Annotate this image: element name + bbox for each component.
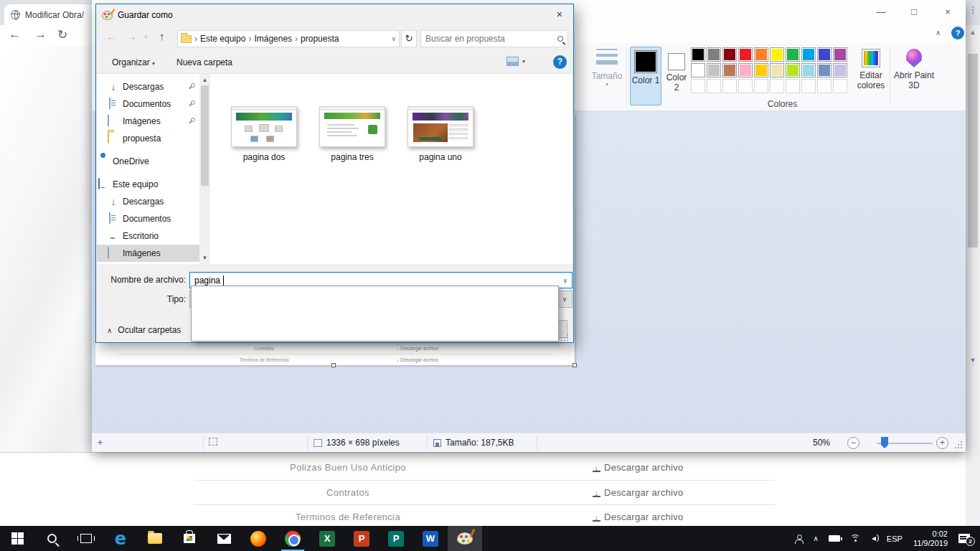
breadcrumb-dropdown-icon[interactable]: ∨ <box>391 35 396 42</box>
nav-up-icon[interactable]: ↑ <box>159 30 165 42</box>
palette-color[interactable] <box>833 47 847 62</box>
browser-reload-icon[interactable]: ↻ <box>57 27 67 42</box>
breadcrumb[interactable]: › Este equipo › Imágenes › propuesta ∨ <box>177 30 400 47</box>
file-item-pagina-uno[interactable]: pagina uno <box>397 106 484 162</box>
download-link[interactable]: ↓Descargar archivo <box>593 487 684 498</box>
open-paint3d-button[interactable]: Abrir Paint 3D <box>893 47 935 105</box>
language-indicator[interactable]: ESP <box>882 526 908 551</box>
sidebar-item-escritorio[interactable]: Escritorio <box>97 227 199 245</box>
dialog-titlebar[interactable]: Guardar como × <box>96 4 573 26</box>
scroll-up-icon[interactable]: ▲ <box>968 29 978 36</box>
taskbar-powerpoint[interactable]: P <box>344 526 379 551</box>
palette-color[interactable] <box>691 47 705 62</box>
taskbar-search-button[interactable] <box>34 526 69 551</box>
taskbar-file-explorer[interactable] <box>138 526 172 551</box>
palette-color[interactable] <box>754 63 768 77</box>
palette-color[interactable] <box>722 63 737 77</box>
help-icon[interactable]: ? <box>951 27 964 39</box>
nav-history-chevron-icon[interactable]: ∨ <box>143 33 149 40</box>
palette-empty-slot[interactable] <box>754 79 768 93</box>
browser-tab[interactable]: Modificar Obra/ <box>4 4 100 25</box>
palette-color[interactable] <box>691 63 705 77</box>
taskbar-firefox[interactable] <box>241 526 275 551</box>
scrollbar-thumb[interactable] <box>968 54 978 248</box>
sidebar-item-imagenes-selected[interactable]: Imágenes <box>97 245 199 262</box>
sidebar-item-documentos[interactable]: Documentos <box>97 95 199 113</box>
volume-indicator[interactable] <box>867 526 882 551</box>
dialog-close-icon[interactable]: × <box>550 6 569 23</box>
search-input[interactable]: Buscar en propuesta <box>420 30 568 47</box>
clock[interactable]: 0:02 11/9/2019 <box>908 526 953 551</box>
filename-autocomplete-dropdown[interactable] <box>191 286 559 342</box>
scroll-down-icon[interactable]: ▼ <box>199 255 210 261</box>
sidebar-item-imagenes[interactable]: Imágenes <box>97 113 199 130</box>
file-item-pagina-tres[interactable]: pagina tres <box>309 106 395 162</box>
start-button[interactable] <box>0 526 34 551</box>
zoom-in-button[interactable]: + <box>936 437 948 449</box>
maximize-button[interactable]: □ <box>903 4 925 20</box>
browser-forward-icon[interactable]: → <box>34 27 47 42</box>
palette-empty-slot[interactable] <box>833 79 847 93</box>
palette-color[interactable] <box>817 63 831 77</box>
palette-empty-slot[interactable] <box>738 79 753 93</box>
sidebar-item-descargas[interactable]: ↓ Descargas <box>97 78 199 95</box>
canvas-resize-handle-bottom[interactable] <box>331 363 336 367</box>
palette-color[interactable] <box>770 47 784 62</box>
download-link[interactable]: ↓Descargar archivo <box>593 512 684 522</box>
people-button[interactable] <box>790 526 809 551</box>
sidebar-item-propuesta[interactable]: propuesta <box>97 130 199 147</box>
search-icon[interactable] <box>557 36 563 42</box>
taskbar-store[interactable] <box>172 526 207 551</box>
help-icon[interactable]: ? <box>553 55 567 69</box>
minimize-button[interactable]: — <box>870 4 892 20</box>
sidebar-item-este-equipo[interactable]: Este equipo <box>97 176 199 193</box>
palette-color[interactable] <box>738 63 753 77</box>
taskbar-excel[interactable]: X <box>310 526 344 551</box>
zoom-slider-handle[interactable] <box>881 437 888 448</box>
palette-empty-slot[interactable] <box>817 79 831 93</box>
palette-color[interactable] <box>801 63 816 77</box>
wifi-indicator[interactable] <box>845 526 867 551</box>
window-resize-grip[interactable] <box>954 441 963 449</box>
palette-color[interactable] <box>786 47 800 62</box>
taskbar-mail[interactable] <box>207 526 241 551</box>
chevron-down-icon[interactable]: ∨ <box>558 292 571 306</box>
palette-color[interactable] <box>817 47 831 62</box>
nav-back-icon[interactable]: ← <box>106 30 117 42</box>
breadcrumb-item[interactable]: Imágenes <box>254 34 292 44</box>
sidebar-item-descargas[interactable]: ↓ Descargas <box>97 193 199 210</box>
task-view-button[interactable] <box>69 526 103 551</box>
refresh-button[interactable]: ↻ <box>401 30 417 47</box>
palette-color[interactable] <box>707 63 721 77</box>
palette-empty-slot[interactable] <box>722 79 737 93</box>
palette-empty-slot[interactable] <box>786 79 800 93</box>
palette-color[interactable] <box>770 63 784 77</box>
palette-color[interactable] <box>754 47 768 62</box>
sidebar-item-onedrive[interactable]: OneDrive <box>97 153 199 170</box>
taskbar-word[interactable]: W <box>413 526 448 551</box>
palette-empty-slot[interactable] <box>770 79 784 93</box>
collapse-ribbon-icon[interactable]: ∧ <box>936 29 941 37</box>
download-link[interactable]: ↓Descargar archivo <box>593 462 684 473</box>
edit-colors-button[interactable]: Editar colores <box>852 47 890 105</box>
nav-forward-icon[interactable]: → <box>126 30 137 42</box>
hide-folders-button[interactable]: ∧ Ocultar carpetas <box>107 325 181 335</box>
breadcrumb-item[interactable]: Este equipo <box>200 34 245 44</box>
taskbar-edge[interactable]: e <box>103 526 138 551</box>
palette-empty-slot[interactable] <box>691 79 705 93</box>
close-button[interactable]: × <box>937 4 958 20</box>
scrollbar-thumb[interactable] <box>201 85 209 186</box>
palette-color[interactable] <box>801 47 816 62</box>
palette-color[interactable] <box>722 47 737 62</box>
scroll-down-icon[interactable]: ▼ <box>968 357 978 364</box>
battery-indicator[interactable] <box>824 526 845 551</box>
dialog-resize-grip[interactable] <box>560 334 569 342</box>
scroll-up-icon[interactable]: ▲ <box>199 77 210 83</box>
taskbar-chrome[interactable] <box>275 526 310 551</box>
tray-overflow-button[interactable]: ∧ <box>809 526 824 551</box>
file-item-pagina-dos[interactable]: pagina dos <box>221 106 307 162</box>
palette-color[interactable] <box>833 63 847 77</box>
browser-back-icon[interactable]: ← <box>9 27 21 42</box>
canvas-resize-handle-corner[interactable] <box>573 363 577 367</box>
size-button[interactable]: Tamaño ▾ <box>590 46 624 106</box>
